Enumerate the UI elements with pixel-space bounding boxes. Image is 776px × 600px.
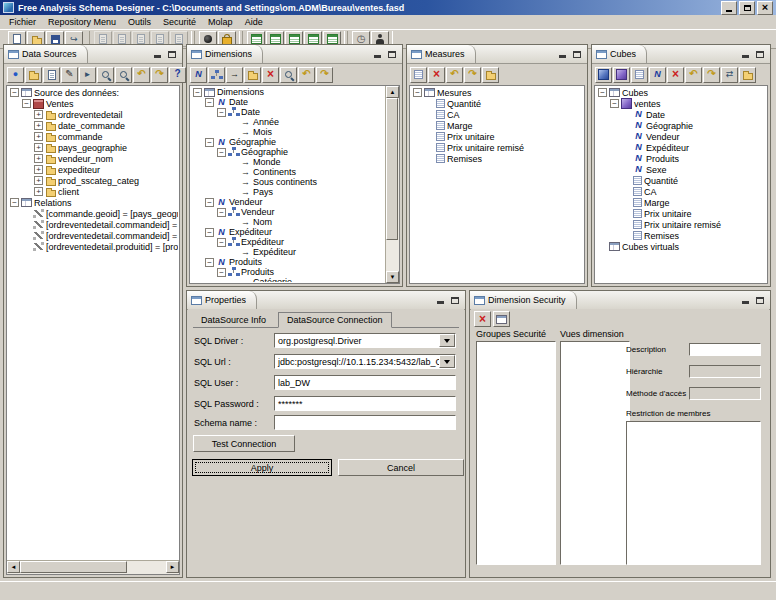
tree-item[interactable]: +date_commande: [8, 120, 178, 131]
undo-button[interactable]: [133, 67, 150, 83]
tree-item[interactable]: Pays: [191, 187, 385, 197]
tree-item[interactable]: −Expéditeur: [191, 227, 385, 237]
tree-item[interactable]: −Relations: [8, 197, 178, 208]
new-measure-button[interactable]: [410, 67, 427, 83]
expander-icon[interactable]: +: [34, 176, 43, 185]
expander-icon[interactable]: −: [413, 88, 422, 97]
edit-button[interactable]: [61, 67, 78, 83]
tree-item[interactable]: Année: [191, 117, 385, 127]
tree-item[interactable]: Sexe: [596, 164, 766, 175]
tree-item[interactable]: Mois: [191, 127, 385, 137]
close-window-button[interactable]: [757, 1, 773, 15]
tree-item[interactable]: Catégorie: [191, 277, 385, 282]
tree-item[interactable]: Prix unitaire remisé: [596, 219, 766, 230]
menu-fichier[interactable]: Fichier: [3, 16, 42, 28]
open-datasource-button[interactable]: [25, 67, 42, 83]
tree-item[interactable]: CA: [596, 186, 766, 197]
find-button[interactable]: [280, 67, 297, 83]
tree-item[interactable]: +expediteur: [8, 164, 178, 175]
tree-item[interactable]: Monde: [191, 157, 385, 167]
tree-item[interactable]: Nom: [191, 217, 385, 227]
tree-item[interactable]: Expéditeur: [191, 247, 385, 257]
scroll-up-button[interactable]: ▲: [386, 86, 399, 98]
maximize-panel-button[interactable]: [571, 49, 583, 60]
tree-item[interactable]: +ordreventedetail: [8, 109, 178, 120]
sql-driver-combo[interactable]: org.postgresql.Driver: [274, 333, 456, 348]
expander-icon[interactable]: −: [10, 198, 19, 207]
tree-item[interactable]: Sous continents: [191, 177, 385, 187]
expander-icon[interactable]: +: [34, 132, 43, 141]
menu-aide[interactable]: Aide: [239, 16, 269, 28]
menu-outils[interactable]: Outils: [122, 16, 157, 28]
redo-button[interactable]: [151, 67, 168, 83]
new-virtual-cube-button[interactable]: [613, 67, 630, 83]
expander-icon[interactable]: +: [34, 143, 43, 152]
tree-item[interactable]: +client: [8, 186, 178, 197]
tree-item[interactable]: −Vendeur: [191, 197, 385, 207]
redo-button[interactable]: [316, 67, 333, 83]
apply-button[interactable]: Apply: [192, 459, 332, 476]
dimensions-tab[interactable]: Dimensions: [187, 45, 263, 63]
restore-window-button[interactable]: [739, 1, 755, 15]
schema-name-input[interactable]: [274, 415, 456, 430]
tree-item[interactable]: −Produits: [191, 267, 385, 277]
tree-item[interactable]: Expéditeur: [596, 142, 766, 153]
tree-item[interactable]: [ordreventedetail.commandeid] = [comma: [8, 230, 178, 241]
expander-icon[interactable]: +: [34, 165, 43, 174]
scrollbar-thumb[interactable]: [20, 561, 127, 573]
expander-icon[interactable]: −: [610, 99, 619, 108]
tree-item[interactable]: Continents: [191, 167, 385, 177]
tree-item[interactable]: −Géographie: [191, 147, 385, 157]
expander-icon[interactable]: −: [205, 98, 214, 107]
new-table-button[interactable]: [43, 67, 60, 83]
scroll-right-button[interactable]: ►: [166, 561, 179, 573]
maximize-panel-button[interactable]: [166, 49, 178, 60]
minimize-panel-button[interactable]: [556, 49, 568, 60]
vertical-scrollbar[interactable]: ▲ ▼: [385, 86, 399, 283]
minimize-panel-button[interactable]: [739, 295, 751, 306]
scrollbar-thumb[interactable]: [386, 98, 398, 240]
tree-item[interactable]: Cubes virtuals: [596, 241, 766, 252]
tree-item[interactable]: Date: [596, 109, 766, 120]
tree-item[interactable]: +vendeur_nom: [8, 153, 178, 164]
expander-icon[interactable]: −: [10, 88, 19, 97]
maximize-panel-button[interactable]: [754, 295, 766, 306]
data-sources-tab[interactable]: Data Sources: [4, 45, 88, 63]
tree-item[interactable]: −Ventes: [8, 98, 178, 109]
test-connection-button[interactable]: Test Connection: [193, 435, 295, 452]
expander-icon[interactable]: −: [205, 258, 214, 267]
minimize-window-button[interactable]: [721, 1, 737, 15]
minimize-panel-button[interactable]: [371, 49, 383, 60]
open-button[interactable]: [244, 67, 261, 83]
tree-item[interactable]: Géographie: [596, 120, 766, 131]
tree-item[interactable]: Prix unitaire: [411, 131, 583, 142]
undo-button[interactable]: [685, 67, 702, 83]
tree-item[interactable]: −Date: [191, 97, 385, 107]
tree-item[interactable]: [ordreventedetail.commandeid] = [date_c: [8, 219, 178, 230]
expander-icon[interactable]: −: [205, 228, 214, 237]
dropdown-button[interactable]: [439, 334, 455, 347]
minimize-panel-button[interactable]: [434, 295, 446, 306]
properties-tab[interactable]: Properties: [187, 291, 257, 309]
tree-item[interactable]: −Mesures: [411, 87, 583, 98]
sql-url-combo[interactable]: jdbc:postgresql://10.1.15.234:5432/lab_O…: [274, 354, 456, 369]
dimension-security-tab[interactable]: Dimension Security: [470, 291, 577, 309]
tree-item[interactable]: −Cubes: [596, 87, 766, 98]
sql-password-input[interactable]: *******: [274, 396, 456, 411]
minimize-panel-button[interactable]: [739, 49, 751, 60]
expander-icon[interactable]: −: [217, 148, 226, 157]
expander-icon[interactable]: −: [193, 88, 202, 97]
run-button[interactable]: [79, 67, 96, 83]
description-input[interactable]: [689, 343, 761, 356]
expander-icon[interactable]: +: [34, 154, 43, 163]
zoom-out-button[interactable]: [115, 67, 132, 83]
delete-button[interactable]: [262, 67, 279, 83]
redo-button[interactable]: [464, 67, 481, 83]
tree-item[interactable]: −Vendeur: [191, 207, 385, 217]
link-button[interactable]: [721, 67, 738, 83]
tree-item[interactable]: +prod_sscateg_categ: [8, 175, 178, 186]
minimize-panel-button[interactable]: [151, 49, 163, 60]
open-button[interactable]: [482, 67, 499, 83]
expander-icon[interactable]: +: [34, 110, 43, 119]
new-cube-button[interactable]: [595, 67, 612, 83]
